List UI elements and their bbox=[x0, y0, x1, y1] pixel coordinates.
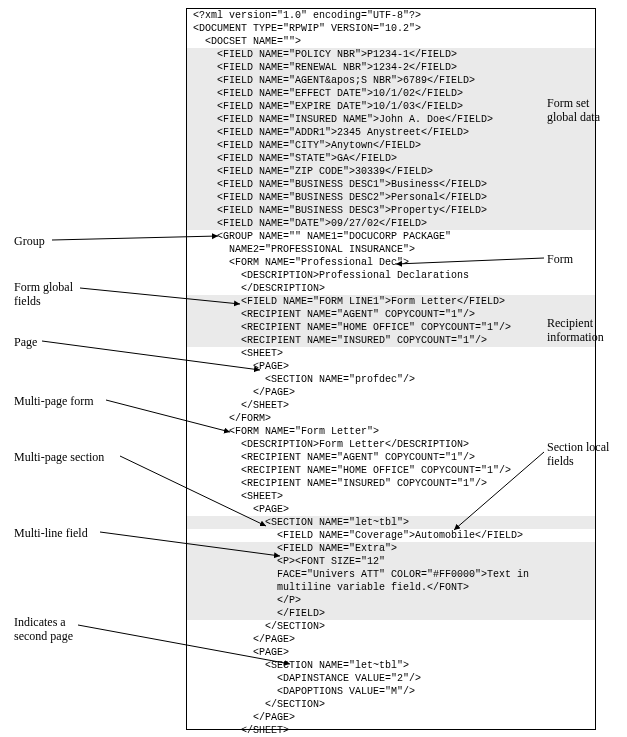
code-line: <SHEET> bbox=[187, 347, 595, 360]
code-line: </SECTION> bbox=[187, 620, 595, 633]
label-multi-page-form: Multi-page form bbox=[14, 394, 94, 408]
code-line: <P><FONT SIZE="12" bbox=[187, 555, 595, 568]
code-line: <FIELD NAME="FORM LINE1">Form Letter</FI… bbox=[187, 295, 595, 308]
code-line: <DOCUMENT TYPE="RPWIP" VERSION="10.2"> bbox=[187, 22, 595, 35]
code-line: </P> bbox=[187, 594, 595, 607]
code-line: <FIELD NAME="RENEWAL NBR">1234-2</FIELD> bbox=[187, 61, 595, 74]
code-line: <?xml version="1.0" encoding="UTF-8"?> bbox=[187, 9, 595, 22]
code-line: </PAGE> bbox=[187, 386, 595, 399]
code-line: <DESCRIPTION>Professional Declarations bbox=[187, 269, 595, 282]
code-line: </SHEET> bbox=[187, 399, 595, 412]
code-line: </SHEET> bbox=[187, 724, 595, 737]
code-line: <SHEET> bbox=[187, 490, 595, 503]
label-multi-page-section: Multi-page section bbox=[14, 450, 104, 464]
label-section-local: Section local fields bbox=[547, 440, 609, 468]
code-line: <FIELD NAME="EXPIRE DATE">10/1/03</FIELD… bbox=[187, 100, 595, 113]
code-line: <FIELD NAME="STATE">GA</FIELD> bbox=[187, 152, 595, 165]
code-line: <RECIPIENT NAME="AGENT" COPYCOUNT="1"/> bbox=[187, 308, 595, 321]
code-line: <DOCSET NAME=""> bbox=[187, 35, 595, 48]
code-line: <DESCRIPTION>Form Letter</DESCRIPTION> bbox=[187, 438, 595, 451]
code-line: <FIELD NAME="CITY">Anytown</FIELD> bbox=[187, 139, 595, 152]
code-line: NAME2="PROFESSIONAL INSURANCE"> bbox=[187, 243, 595, 256]
code-line: FACE="Univers ATT" COLOR="#FF0000">Text … bbox=[187, 568, 595, 581]
code-line: <FIELD NAME="BUSINESS DESC3">Property</F… bbox=[187, 204, 595, 217]
code-line: <PAGE> bbox=[187, 360, 595, 373]
code-line: <FIELD NAME="Coverage">Automobile</FIELD… bbox=[187, 529, 595, 542]
code-line: <RECIPIENT NAME="INSURED" COPYCOUNT="1"/… bbox=[187, 334, 595, 347]
code-line: <PAGE> bbox=[187, 503, 595, 516]
code-line: </FIELD> bbox=[187, 607, 595, 620]
code-line: <FIELD NAME="Extra"> bbox=[187, 542, 595, 555]
xml-code-listing: <?xml version="1.0" encoding="UTF-8"?><D… bbox=[186, 8, 596, 730]
code-line: </PAGE> bbox=[187, 633, 595, 646]
code-line: <PAGE> bbox=[187, 646, 595, 659]
label-form-set-global: Form set global data bbox=[547, 96, 600, 124]
code-line: <RECIPIENT NAME="AGENT" COPYCOUNT="1"/> bbox=[187, 451, 595, 464]
code-line: <RECIPIENT NAME="HOME OFFICE" COPYCOUNT=… bbox=[187, 464, 595, 477]
code-line: <SECTION NAME="let~tbl"> bbox=[187, 659, 595, 672]
code-line: <FORM NAME="Form Letter"> bbox=[187, 425, 595, 438]
code-line: <FIELD NAME="BUSINESS DESC2">Personal</F… bbox=[187, 191, 595, 204]
code-line: <RECIPIENT NAME="HOME OFFICE" COPYCOUNT=… bbox=[187, 321, 595, 334]
label-page: Page bbox=[14, 335, 37, 349]
code-line: <FIELD NAME="EFFECT DATE">10/1/02</FIELD… bbox=[187, 87, 595, 100]
code-line: </FORM> bbox=[187, 412, 595, 425]
code-line: </DESCRIPTION> bbox=[187, 282, 595, 295]
label-second-page: Indicates a second page bbox=[14, 615, 73, 643]
code-line: multiline variable field.</FONT> bbox=[187, 581, 595, 594]
code-line: <FIELD NAME="DATE">09/27/02</FIELD> bbox=[187, 217, 595, 230]
label-form: Form bbox=[547, 252, 573, 266]
label-form-global-fields: Form global fields bbox=[14, 280, 73, 308]
code-line: <FORM NAME="Professional Dec"> bbox=[187, 256, 595, 269]
code-line: <SECTION NAME="profdec"/> bbox=[187, 373, 595, 386]
code-line: <RECIPIENT NAME="INSURED" COPYCOUNT="1"/… bbox=[187, 477, 595, 490]
code-line: <FIELD NAME="ADDR1">2345 Anystreet</FIEL… bbox=[187, 126, 595, 139]
code-line: <DAPOPTIONS VALUE="M"/> bbox=[187, 685, 595, 698]
code-line: </PAGE> bbox=[187, 711, 595, 724]
code-line: <FIELD NAME="INSURED NAME">John A. Doe</… bbox=[187, 113, 595, 126]
code-line: <FIELD NAME="POLICY NBR">P1234-1</FIELD> bbox=[187, 48, 595, 61]
code-line: <FIELD NAME="BUSINESS DESC1">Business</F… bbox=[187, 178, 595, 191]
label-multi-line-field: Multi-line field bbox=[14, 526, 88, 540]
code-line: <GROUP NAME="" NAME1="DOCUCORP PACKAGE" bbox=[187, 230, 595, 243]
code-line: <SECTION NAME="let~tbl"> bbox=[187, 516, 595, 529]
code-line: <DAPINSTANCE VALUE="2"/> bbox=[187, 672, 595, 685]
code-line: <FIELD NAME="AGENT&apos;S NBR">6789</FIE… bbox=[187, 74, 595, 87]
label-recipient-info: Recipient information bbox=[547, 316, 604, 344]
label-group: Group bbox=[14, 234, 45, 248]
code-line: </SECTION> bbox=[187, 698, 595, 711]
code-line: <FIELD NAME="ZIP CODE">30339</FIELD> bbox=[187, 165, 595, 178]
